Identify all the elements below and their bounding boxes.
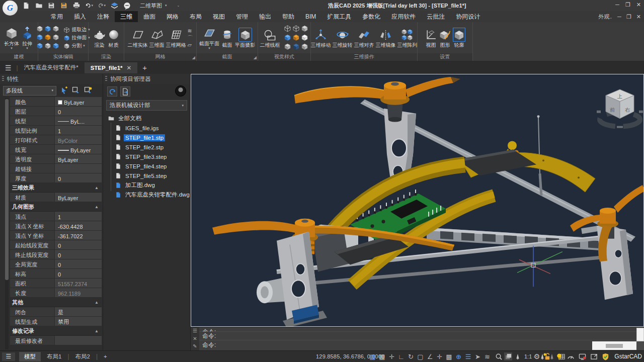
object-type-select[interactable]: 多段线▾ <box>3 86 56 96</box>
prop-row-global-width[interactable]: 全局宽度0 <box>10 259 102 269</box>
tree-item-step2[interactable]: STEP_file2.stp <box>103 142 190 152</box>
select-object-icon[interactable] <box>59 86 68 95</box>
color-edges-icon[interactable] <box>44 34 51 41</box>
zoom-tool-icon[interactable] <box>495 352 503 360</box>
quick-select-icon[interactable] <box>71 86 80 95</box>
materials-button[interactable]: 材质 <box>108 28 120 48</box>
tab-bangzhu[interactable]: 帮助 <box>277 11 300 23</box>
snap-mode-toggle[interactable]: ✛ <box>387 353 396 360</box>
extrude-button[interactable]: 拉伸▾ <box>21 26 34 50</box>
drawing-viewport[interactable]: 上 前 右 <box>191 74 644 327</box>
prop-row-vertex[interactable]: 顶点1 <box>10 212 102 221</box>
view-settings-button[interactable]: 视图 <box>425 28 437 48</box>
file-tabs-menu-icon[interactable]: ☰ <box>0 64 17 72</box>
workspace-selector[interactable]: 二维草图 ▾ ⌄ <box>136 2 184 10</box>
section-expander-icon[interactable]: ◢ <box>254 54 257 61</box>
ruled-mesh-icon[interactable]: ▱ <box>188 42 193 48</box>
section-plane-button[interactable]: 截面平面▾ <box>199 26 219 50</box>
layers-icon[interactable] <box>110 2 118 10</box>
grid-display-toggle[interactable]: ▦ <box>377 353 387 360</box>
user-avatar[interactable] <box>175 85 186 97</box>
panel-grip[interactable] <box>105 76 107 82</box>
sync-icon[interactable] <box>107 86 117 97</box>
undo-button[interactable]: ▾ <box>85 2 93 10</box>
tab-yunpizhu[interactable]: 云批注 <box>421 11 450 23</box>
subtract-icon[interactable] <box>44 25 51 32</box>
command-input[interactable]: 命令: <box>199 340 644 350</box>
prop-row-linetype[interactable]: 线型ByL... <box>10 116 102 126</box>
section-misc[interactable]: 其他▲ <box>10 298 102 307</box>
prop-row-hyperlink[interactable]: 超链接 <box>10 164 102 173</box>
tab-changyong[interactable]: 常用 <box>45 11 68 23</box>
redo-button[interactable]: ▾ <box>98 2 106 10</box>
tab-kuozhan[interactable]: 扩展工具 <box>321 11 357 23</box>
prop-row-thickness[interactable]: 厚度0 <box>10 173 102 183</box>
tree-item-iges[interactable]: IGES_file.igs <box>103 123 190 133</box>
mesh-expander-icon[interactable]: ◢ <box>192 54 195 61</box>
print-icon[interactable] <box>72 2 80 10</box>
tree-item-step4[interactable]: STEP_file4.step <box>103 161 190 171</box>
3d-rotate-button[interactable]: 三维旋转 <box>333 28 353 48</box>
prop-row-vertex-x[interactable]: 顶点 X 坐标-630.4428 <box>10 221 102 231</box>
qat-customize-icon[interactable]: ⌄ <box>177 4 180 7</box>
box-button[interactable]: 长方体▾ <box>4 26 19 50</box>
tab-canshuhua[interactable]: 参数化 <box>357 11 386 23</box>
tab-guanli[interactable]: 管理 <box>230 11 254 23</box>
prop-row-lineweight[interactable]: 线宽ByLayer <box>10 145 102 154</box>
tab-qumian[interactable]: 曲面 <box>138 11 161 23</box>
prop-row-plotstyle[interactable]: 打印样式ByColor <box>10 135 102 145</box>
app-logo[interactable]: G <box>3 1 18 16</box>
doc-restore-button[interactable]: ❐ <box>626 14 631 20</box>
prop-row-vertex-y[interactable]: 顶点 Y 坐标-361.7022 <box>10 231 102 240</box>
quick-select-settings-icon[interactable] <box>84 86 93 95</box>
close-button[interactable]: ✕ <box>636 2 641 8</box>
panel-grip[interactable] <box>2 76 4 82</box>
tab-zhushi[interactable]: 注释 <box>92 11 115 23</box>
prop-row-closed[interactable]: 闭合是 <box>10 307 102 317</box>
appearance-menu[interactable]: 外观⌄ <box>598 13 612 21</box>
render-button[interactable]: 渲染 <box>93 28 106 48</box>
flatshot-button[interactable]: 平面摄影 <box>235 28 255 48</box>
ortho-toggle[interactable]: ∟ <box>396 353 406 360</box>
shell-icon[interactable] <box>44 42 51 49</box>
snap-tracking-toggle[interactable]: ✛ <box>435 353 444 360</box>
team-select[interactable]: 浩辰机械设计部▾ <box>106 100 187 111</box>
tree-item-step5[interactable]: STEP_file5.step <box>103 171 190 180</box>
license-status-icon[interactable] <box>601 352 609 360</box>
style-realistic-icon[interactable] <box>292 34 300 41</box>
tree-item-step3[interactable]: STEP_file3.step <box>103 152 190 161</box>
settings-gear-icon[interactable]: ⚙ <box>534 352 540 360</box>
section-geometry[interactable]: 几何图形▲ <box>10 202 102 212</box>
color-swatch[interactable] <box>58 100 62 105</box>
tree-item-step1[interactable]: STEP_file1.stp <box>103 133 190 142</box>
3d-move-button[interactable]: 三维移动 <box>311 28 331 48</box>
model-tab[interactable]: 模型 <box>19 352 41 361</box>
viewports-icon[interactable] <box>504 352 512 360</box>
style-shaded-icon[interactable] <box>284 43 291 50</box>
prop-row-elevation[interactable]: 标高0 <box>10 269 102 279</box>
extrude-face-button[interactable]: 拉伸面▾ <box>63 34 90 41</box>
separate-button[interactable]: 分割▾ <box>63 42 90 49</box>
3d-align-button[interactable]: 三维对齐 <box>354 28 374 48</box>
minimize-button[interactable]: ─ <box>615 2 619 8</box>
prop-row-ltgen[interactable]: 线型生成禁用 <box>10 317 102 326</box>
check-icon[interactable] <box>52 42 59 49</box>
cmd-drag-handle[interactable]: ☰ <box>193 328 197 333</box>
prop-row-start-width[interactable]: 起始线段宽度0 <box>10 240 102 250</box>
file-tab-2[interactable]: STEP_file1*✕ <box>85 62 138 73</box>
performance-icon[interactable] <box>567 352 575 360</box>
cmd-close-icon[interactable]: ✕ <box>193 336 197 341</box>
style-hidden-icon[interactable] <box>292 25 300 32</box>
3d-face-button[interactable]: 三维面 <box>149 28 165 48</box>
prop-row-end-width[interactable]: 终止线段宽度0 <box>10 250 102 259</box>
tab-charu[interactable]: 插入 <box>68 11 92 23</box>
layout1-tab[interactable]: 布局1 <box>42 352 66 361</box>
view-cube[interactable]: 上 前 右 <box>597 89 643 128</box>
clean-screen-icon[interactable] <box>590 352 598 360</box>
style-white-icon[interactable] <box>301 34 308 41</box>
section-button[interactable]: 截面 <box>221 28 233 48</box>
properties-scrollbar[interactable] <box>5 98 9 349</box>
2d-wireframe-button[interactable]: 二维线框 <box>260 28 280 48</box>
new-layout-button[interactable]: + <box>99 352 112 360</box>
angle-snap-toggle[interactable]: ∠ <box>425 353 435 360</box>
